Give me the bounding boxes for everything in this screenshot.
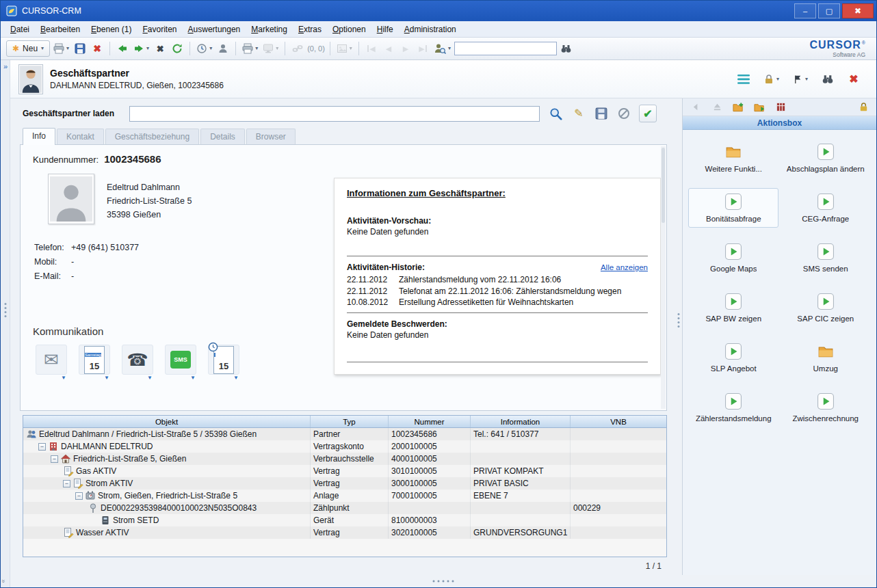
confirm-button[interactable]: ✔ <box>639 105 657 122</box>
action-abschlagsplan-ändern[interactable]: Abschlagsplan ändern <box>781 138 871 178</box>
expand-bottom-left-button[interactable]: » <box>0 579 7 583</box>
person-search-button[interactable]: ▾ <box>432 40 452 57</box>
action-google-maps[interactable]: Google Maps <box>688 238 778 278</box>
tab-details[interactable]: Details <box>200 129 245 144</box>
minimize-button[interactable]: – <box>794 3 816 18</box>
table-row[interactable]: Wasser AKTIVVertrag3020100005GRUNDVERSOR… <box>23 526 666 539</box>
column-header-vnb[interactable]: VNB <box>571 416 666 427</box>
table-row[interactable]: Edeltrud Dahlmann / Friedrich-List-Straß… <box>23 428 666 440</box>
history-button[interactable]: ▾ <box>195 40 213 57</box>
action-sap-cic-zeigen[interactable]: SAP CIC zeigen <box>781 288 871 328</box>
menu-item-optionen[interactable]: Optionen <box>327 23 371 36</box>
menu-item-administration[interactable]: Administration <box>399 23 462 36</box>
tab-browser[interactable]: Browser <box>246 129 296 144</box>
send-sms-button[interactable]: SMS ▼ <box>165 345 196 375</box>
discard-button[interactable] <box>616 105 631 122</box>
phone-call-button[interactable]: ☎ ▼ <box>122 345 153 375</box>
tree-collapse-button[interactable]: − <box>38 443 46 451</box>
edit-button[interactable]: ✎ <box>571 105 586 122</box>
assign-button[interactable] <box>215 40 231 57</box>
table-row[interactable]: Gas AKTIVVertrag3010100005PRIVAT KOMPAKT <box>23 465 666 477</box>
splitter-handle[interactable] <box>433 580 454 583</box>
historie-entry[interactable]: 22.11.2012Telefonat am 22.11.2012 16:06:… <box>347 286 648 297</box>
close-button[interactable]: ✖ <box>842 3 874 18</box>
action-zwischenrechnung[interactable]: Zwischenrechnung <box>781 388 871 427</box>
bottom-splitter[interactable] <box>10 575 876 587</box>
maximize-button[interactable]: ▢ <box>818 3 840 18</box>
vertical-scrollbar[interactable] <box>661 146 666 409</box>
panel-splitter[interactable] <box>675 98 682 575</box>
left-splitter-handle[interactable] <box>4 303 6 317</box>
menu-item-ebenen-1[interactable]: Ebenen (1) <box>86 23 137 36</box>
report-button[interactable] <box>773 99 788 116</box>
expand-left-panel-button[interactable]: » <box>1 62 10 70</box>
historie-entry[interactable]: 10.08.2012Erstellung Adressetiketten für… <box>347 297 648 308</box>
delete-button[interactable]: ✖ <box>90 40 105 57</box>
menu-item-hilfe[interactable]: Hilfe <box>371 23 399 36</box>
action-weitere-funkti[interactable]: Weitere Funkti... <box>688 138 778 178</box>
new-button[interactable]: ✱ Neu ▾ <box>6 40 50 57</box>
column-header-typ[interactable]: Typ <box>311 416 389 427</box>
print-button[interactable]: ▾ <box>52 40 70 57</box>
refresh-button[interactable] <box>170 40 185 57</box>
menu-item-bearbeiten[interactable]: Bearbeiten <box>35 23 86 36</box>
new-appointment-button[interactable]: Samstag 15 ▼ <box>79 345 110 375</box>
left-collapsed-panel[interactable]: » » <box>1 60 10 587</box>
partner-load-input[interactable] <box>129 106 540 122</box>
save-record-button[interactable] <box>594 105 609 122</box>
action-sms-senden[interactable]: SMS senden <box>781 238 871 278</box>
menu-item-extras[interactable]: Extras <box>293 23 327 36</box>
tree-collapse-button[interactable]: − <box>75 492 83 500</box>
column-header-information[interactable]: Information <box>471 416 571 427</box>
print-preview-button[interactable]: ▾ <box>241 40 259 57</box>
search-button[interactable] <box>548 105 564 122</box>
send-email-button[interactable]: ✉ ▼ <box>36 345 67 375</box>
run-folder-button[interactable] <box>752 99 767 116</box>
nav-first-button[interactable]: ◀ <box>364 40 379 57</box>
close-record-button[interactable]: ✖ <box>846 71 861 88</box>
menu-item-favoriten[interactable]: Favoriten <box>137 23 182 36</box>
flag-record-button[interactable]: ▾ <box>791 71 809 88</box>
new-folder-button[interactable] <box>731 99 746 116</box>
column-header-objekt[interactable]: Objekt <box>23 416 311 427</box>
save-button[interactable] <box>73 40 88 57</box>
link-button[interactable] <box>290 40 305 57</box>
table-row[interactable]: Strom SETDGerät8100000003 <box>23 514 666 526</box>
alle-anzeigen-link[interactable]: Alle anzeigen <box>601 263 648 271</box>
tab-kontakt[interactable]: Kontakt <box>57 129 104 144</box>
table-row[interactable]: DE000229353984000100023N5035O0843Zählpun… <box>23 502 666 514</box>
action-sap-bw-zeigen[interactable]: SAP BW zeigen <box>688 288 778 328</box>
view-menu-button[interactable] <box>736 71 751 88</box>
nav-next-button[interactable]: ▶ <box>398 40 413 57</box>
action-bonitätsabfrage[interactable]: Bonitätsabfrage <box>688 188 778 228</box>
nav-last-button[interactable]: ▶ <box>415 40 430 57</box>
scrollbar-thumb[interactable] <box>662 148 665 223</box>
image-button[interactable]: ▾ <box>335 40 354 57</box>
cancel-button[interactable]: ✖ <box>153 40 168 57</box>
actions-back-button[interactable] <box>688 99 703 116</box>
action-ceg-anfrage[interactable]: CEG-Anfrage <box>781 188 871 228</box>
action-umzug[interactable]: Umzug <box>781 338 871 377</box>
actions-up-button[interactable] <box>709 99 724 116</box>
actions-lock-button[interactable] <box>856 99 871 116</box>
lock-record-button[interactable]: ▾ <box>762 71 781 88</box>
table-row[interactable]: −Friedrich-List-Straße 5, GießenVerbrauc… <box>23 453 666 465</box>
find-button[interactable] <box>559 40 574 57</box>
splitter-handle[interactable] <box>678 313 680 328</box>
tab-info[interactable]: Info <box>23 128 55 145</box>
quick-search-input[interactable] <box>454 42 557 55</box>
action-slp-angebot[interactable]: SLP Angebot <box>688 338 778 377</box>
back-button[interactable] <box>115 40 130 57</box>
tab-geschäftsbeziehung[interactable]: Geschäftsbeziehung <box>105 129 199 144</box>
menu-item-marketing[interactable]: Marketing <box>246 23 293 36</box>
forward-button[interactable]: ▾ <box>132 40 150 57</box>
menu-item-datei[interactable]: Datei <box>5 23 35 36</box>
table-row[interactable]: −Strom AKTIVVertrag3000100005PRIVAT BASI… <box>23 477 666 490</box>
tree-collapse-button[interactable]: − <box>63 480 70 487</box>
table-row[interactable]: −Strom, Gießen, Friedrich-List-Straße 5A… <box>23 490 666 502</box>
new-task-button[interactable]: 15 ▼ <box>208 345 239 375</box>
table-row[interactable]: −DAHLMANN EDELTRUDVertragskonto200010000… <box>23 440 666 453</box>
search-record-button[interactable] <box>820 71 835 88</box>
action-zählerstandsmeldung[interactable]: Zählerstandsmeldung <box>688 388 778 427</box>
column-header-nummer[interactable]: Nummer <box>389 416 471 427</box>
